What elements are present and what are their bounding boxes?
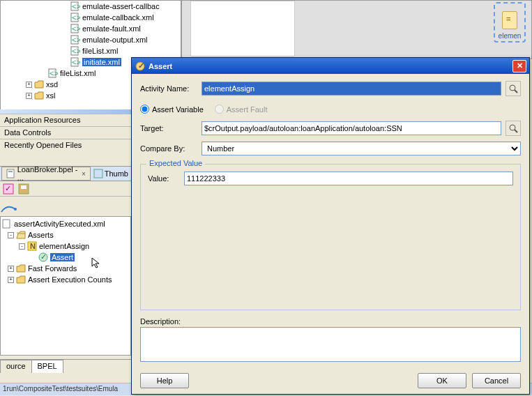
bottom-tab-bar: ource BPEL	[0, 359, 131, 373]
tree-item-label: fileList.xml	[60, 69, 96, 77]
section-recent-files[interactable]: Recently Opened Files	[0, 139, 131, 151]
svg-text:✓: ✓	[40, 252, 47, 261]
tree-item[interactable]: ✓Assert	[2, 252, 129, 263]
folder-icon	[16, 264, 26, 273]
tree-item[interactable]: +Assert Execution Counts	[2, 274, 129, 285]
structure-header	[0, 202, 131, 216]
assert-variable-radio[interactable]: Assert Variable	[140, 105, 204, 114]
tree-root-file[interactable]: assertActivityExecuted.xml	[2, 218, 129, 229]
svg-rect-29	[3, 220, 10, 228]
tree-expander[interactable]: +	[8, 266, 14, 272]
tab-source[interactable]: ource	[0, 360, 32, 373]
cursor-icon	[91, 257, 102, 270]
tree-item-label: Asserts	[28, 231, 54, 239]
tree-item-label: emulate-fault.xml	[82, 24, 141, 33]
compare-by-select[interactable]: Number	[202, 142, 521, 155]
value-label: Value:	[148, 174, 180, 183]
assert-variable-radio-input[interactable]	[140, 105, 149, 114]
xml-file-icon: <>	[48, 68, 58, 78]
svg-text:✓: ✓	[5, 184, 11, 192]
svg-rect-23	[94, 169, 102, 178]
section-app-resources[interactable]: Application Resources	[0, 114, 131, 126]
close-icon[interactable]: ×	[82, 170, 86, 178]
svg-rect-21	[7, 169, 14, 178]
svg-text:<>: <>	[72, 2, 80, 10]
thumbnail-icon	[93, 169, 103, 178]
expected-value-legend: Expected Value	[146, 159, 205, 167]
folder-open-icon	[16, 230, 26, 240]
assert-dialog-icon: ✓	[135, 61, 146, 72]
design-canvas[interactable]: elemen	[181, 0, 532, 59]
tree-expander[interactable]: +	[26, 93, 32, 99]
xml-file-icon: <>	[70, 24, 80, 33]
cancel-button[interactable]: Cancel	[472, 373, 521, 388]
svg-text:<>: <>	[50, 69, 58, 77]
svg-text:N: N	[30, 242, 36, 250]
svg-line-39	[515, 130, 517, 132]
svg-text:<>: <>	[72, 13, 80, 22]
tree-item[interactable]: <>emulate-fault.xml	[1, 23, 181, 34]
svg-text:<>: <>	[72, 24, 80, 33]
xml-file-icon: <>	[70, 13, 80, 22]
svg-rect-27	[21, 185, 26, 189]
svg-point-28	[14, 208, 17, 211]
editor-tab-loanbroker[interactable]: LoanBroker.bpel - ... ×	[1, 167, 91, 181]
tree-root-label: assertActivityExecuted.xml	[14, 220, 105, 228]
expected-value-fieldset: Expected Value Value:	[140, 164, 521, 310]
folder-icon	[34, 79, 44, 89]
svg-point-36	[510, 85, 515, 91]
tree-item[interactable]: -Asserts	[2, 229, 129, 241]
structure-icon	[0, 202, 21, 215]
tab-bpel[interactable]: BPEL	[31, 360, 63, 373]
activity-name-label: Activity Name:	[140, 84, 197, 93]
activity-icon: N	[27, 241, 37, 251]
tree-expander[interactable]: +	[26, 82, 32, 88]
assert-dialog: ✓ Assert ✕ Activity Name: Assert Variabl…	[131, 57, 530, 395]
tree-item[interactable]: +Fast Forwards	[2, 263, 129, 274]
tree-item-label: emulate-callback.xml	[82, 13, 154, 22]
canvas-element-label: elemen	[499, 32, 522, 40]
structure-tree[interactable]: assertActivityExecuted.xml -Asserts-Nele…	[0, 216, 131, 356]
save-icon[interactable]	[18, 183, 29, 195]
description-textarea[interactable]	[140, 327, 521, 362]
validate-icon[interactable]: ✓	[3, 183, 14, 195]
thumbnail-tab[interactable]: Thumb	[91, 167, 131, 180]
activity-name-input[interactable]	[202, 82, 501, 96]
editor-tab-label: LoanBroker.bpel - ...	[17, 165, 79, 182]
tree-item[interactable]: <>emulate-output.xml	[1, 34, 181, 45]
search-icon	[508, 84, 518, 93]
assert-fault-radio-input	[215, 105, 224, 114]
tree-item[interactable]: <>emulate-callback.xml	[1, 12, 181, 23]
target-search-button[interactable]	[506, 121, 521, 136]
xml-file-icon: <>	[70, 57, 80, 67]
assert-fault-radio: Assert Fault	[215, 105, 268, 114]
svg-point-38	[510, 125, 515, 130]
tree-item-label: Assert Execution Counts	[28, 275, 112, 284]
tree-expander[interactable]: -	[8, 232, 14, 238]
svg-line-37	[515, 90, 517, 93]
tree-item[interactable]: <>emulate-assert-callbac	[1, 1, 181, 12]
svg-text:<>: <>	[72, 58, 80, 66]
tree-item[interactable]: -NelementAssign	[2, 241, 129, 252]
tree-item[interactable]: <>fileList.xml	[1, 45, 181, 56]
canvas-element-assign[interactable]: elemen	[494, 2, 526, 43]
section-data-controls[interactable]: Data Controls	[0, 126, 131, 139]
help-button[interactable]: Help	[140, 373, 189, 388]
target-input[interactable]	[202, 121, 501, 135]
bpel-file-icon	[6, 169, 15, 178]
tree-item-label: fileList.xml	[82, 47, 118, 55]
dialog-close-button[interactable]: ✕	[512, 60, 526, 73]
activity-search-button[interactable]	[506, 81, 521, 96]
tree-expander[interactable]: -	[19, 243, 25, 250]
value-input[interactable]	[184, 172, 513, 185]
tree-item-label: Assert	[50, 253, 75, 261]
assert-variable-label: Assert Variable	[152, 105, 204, 114]
assert-icon: ✓	[38, 252, 48, 262]
dialog-titlebar[interactable]: ✓ Assert ✕	[132, 58, 529, 74]
assert-fault-label: Assert Fault	[227, 105, 268, 114]
tree-expander[interactable]: +	[8, 277, 14, 283]
ok-button[interactable]: OK	[418, 373, 466, 388]
assign-activity-icon	[502, 11, 517, 29]
xml-file-icon	[2, 219, 12, 229]
side-sections: Application Resources Data Controls Rece…	[0, 114, 131, 151]
